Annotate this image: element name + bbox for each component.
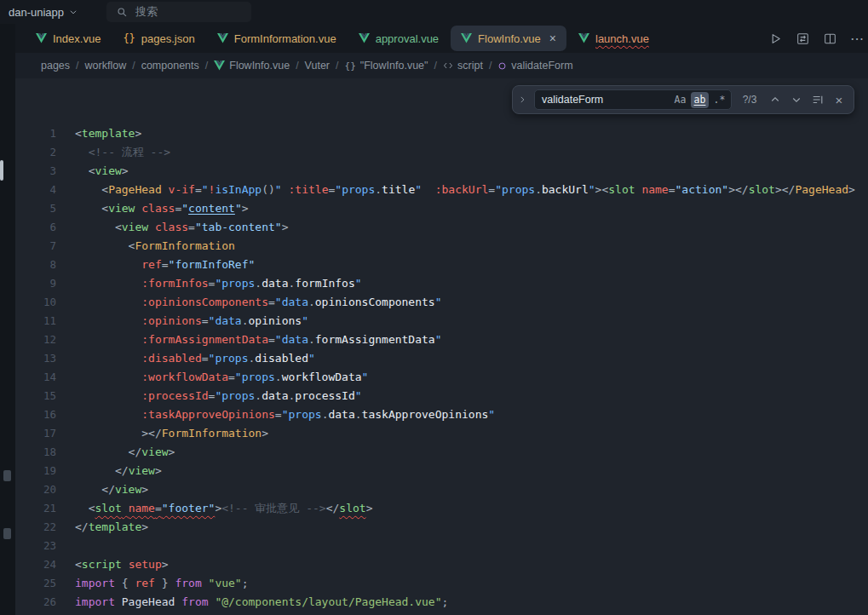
find-in-selection-button[interactable]	[810, 92, 825, 107]
code-token: =	[195, 183, 202, 196]
code-line-content: :formInfos="props.data.formInfos"	[75, 274, 868, 293]
editor-tab[interactable]: FormInformation.vue	[207, 26, 347, 51]
code-line[interactable]: 9 :formInfos="props.data.formInfos"	[15, 274, 868, 293]
code-token: PageHead	[115, 595, 181, 608]
code-token: from	[175, 577, 201, 589]
code-line[interactable]: 16 :taskApproveOpinions="props.data.task…	[15, 405, 868, 424]
editor-tab[interactable]: approval.vue	[348, 26, 449, 51]
breadcrumb-item[interactable]: Vuter	[305, 60, 330, 72]
code-line[interactable]: 2 <!-- 流程 -->	[15, 143, 868, 162]
code-line[interactable]: 14 :workflowData="props.workflowData"	[15, 368, 868, 387]
find-next-button[interactable]	[789, 92, 804, 107]
code-token: "	[435, 333, 442, 346]
workspace-name: dan-uniapp	[9, 6, 64, 19]
editor-tab[interactable]: {}pages.json	[112, 26, 204, 51]
search-label: 搜索	[135, 4, 158, 20]
code-line[interactable]: 23	[15, 537, 868, 555]
code-line[interactable]: 20 </view>	[15, 480, 868, 499]
code-line[interactable]: 6 <view class="tab-content">	[15, 218, 868, 237]
code-line[interactable]: 22</template>	[15, 518, 868, 537]
close-find-button[interactable]: ×	[831, 92, 847, 107]
code-token	[282, 183, 289, 196]
code-token: .	[355, 408, 362, 421]
find-previous-button[interactable]	[767, 92, 783, 107]
whole-word-toggle[interactable]: ab	[691, 92, 709, 108]
breadcrumb-item-label: script	[457, 60, 483, 72]
workspace-switcher[interactable]: dan-uniapp	[2, 3, 84, 21]
code-token	[75, 352, 141, 365]
code-token: name	[641, 183, 668, 196]
code-line[interactable]: 1<template>	[15, 124, 868, 143]
code-line[interactable]: 7 <FormInformation	[15, 237, 868, 256]
breadcrumb-separator: /	[489, 60, 491, 72]
code-line[interactable]: 21 <slot name="footer"><!-- 审批意见 --></sl…	[15, 499, 868, 518]
code-token: "@/components/layout/PageHead.vue"	[215, 595, 441, 608]
code-line[interactable]: 13 :disabled="props.disabled"	[15, 349, 868, 368]
line-number: 18	[15, 443, 75, 462]
code-area[interactable]: 1<template>2 <!-- 流程 -->3 <view>4 <PageH…	[15, 78, 868, 612]
breadcrumb-item[interactable]: workflow	[85, 60, 127, 72]
breadcrumb-item[interactable]: FlowInfo.vue	[214, 60, 290, 72]
line-number: 23	[15, 537, 75, 555]
code-line[interactable]: 3 <view>	[15, 162, 868, 181]
code-line[interactable]: 19 </view>	[15, 462, 868, 480]
command-center-search[interactable]: 搜索	[106, 2, 251, 22]
code-line[interactable]: 5 <view class="content">	[15, 199, 868, 218]
more-actions-button[interactable]: ⋯	[849, 31, 865, 46]
vue-icon	[578, 33, 589, 43]
code-token: view	[115, 483, 141, 496]
code-token	[162, 183, 169, 196]
code-token: :workflowData	[141, 371, 228, 383]
breadcrumb-item-label: Vuter	[305, 60, 330, 72]
find-input[interactable]: validateForm Aaab.*	[534, 89, 732, 110]
code-token: <!-- 流程 -->	[75, 146, 170, 158]
breadcrumb-separator: /	[434, 60, 437, 72]
more-icon: ⋯	[850, 31, 864, 47]
code-line[interactable]: 17 ></FormInformation>	[15, 424, 868, 443]
code-line[interactable]: 11 :opinions="data.opinions"	[15, 312, 868, 330]
code-token: template	[82, 127, 135, 140]
run-button[interactable]	[767, 31, 783, 46]
code-line[interactable]: 10 :opinionsComponents="data.opinionsCom…	[15, 293, 868, 312]
code-line-content: </view>	[75, 443, 868, 462]
code-line[interactable]: 15 :processId="props.data.processId"	[15, 387, 868, 405]
code-line[interactable]: 12 :formAssignmentData="data.formAssignm…	[15, 330, 868, 349]
editor-tab[interactable]: FlowInfo.vue×	[451, 26, 566, 51]
code-token: >	[242, 202, 249, 215]
line-number: 1	[15, 124, 75, 143]
regex-icon: .*	[714, 94, 726, 106]
code-line[interactable]: 18 </view>	[15, 443, 868, 462]
breadcrumb-item[interactable]: validateForm	[497, 60, 572, 72]
line-number: 4	[15, 181, 75, 199]
regex-toggle[interactable]: .*	[710, 92, 728, 108]
code-token: ref	[135, 577, 154, 589]
code-line[interactable]: 4 <PageHead v-if="!isInApp()" :title="pr…	[15, 181, 868, 199]
code-token: slot	[608, 183, 635, 196]
code-line[interactable]: 8 ref="formInfoRef"	[15, 256, 868, 274]
breadcrumb-item[interactable]: components	[141, 60, 199, 72]
close-tab-button[interactable]: ×	[549, 32, 556, 44]
match-case-toggle[interactable]: Aa	[671, 92, 689, 108]
toggle-replace-button[interactable]	[518, 95, 528, 104]
editor-tab[interactable]: launch.vue	[568, 26, 659, 51]
editor-tab[interactable]: Index.vue	[26, 26, 111, 51]
breadcrumb-separator: /	[336, 60, 338, 72]
tab-label: Index.vue	[53, 32, 101, 45]
code-token: "action"	[675, 183, 729, 196]
breadcrumb-item[interactable]: pages	[41, 60, 70, 72]
code-line[interactable]: 24<script setup>	[15, 555, 868, 574]
split-editor-button[interactable]	[822, 31, 837, 46]
code-token	[148, 221, 155, 233]
code-line[interactable]: 25import { ref } from "vue";	[15, 574, 868, 593]
code-line-content: </view>	[75, 462, 868, 480]
breadcrumb-item-label: workflow	[85, 60, 127, 72]
breadcrumb-item[interactable]: {}"FlowInfo.vue"	[345, 60, 428, 72]
code-token: view	[129, 464, 155, 477]
code-line[interactable]: 26import PageHead from "@/components/lay…	[15, 593, 868, 612]
code-token: isInApp	[215, 183, 262, 196]
code-token: FormInformation	[135, 239, 234, 252]
open-changes-button[interactable]	[795, 31, 810, 46]
code-token: props	[221, 389, 255, 402]
tab-bar: Index.vue{}pages.jsonFormInformation.vue…	[15, 24, 868, 53]
breadcrumb-item[interactable]: script	[443, 60, 483, 72]
